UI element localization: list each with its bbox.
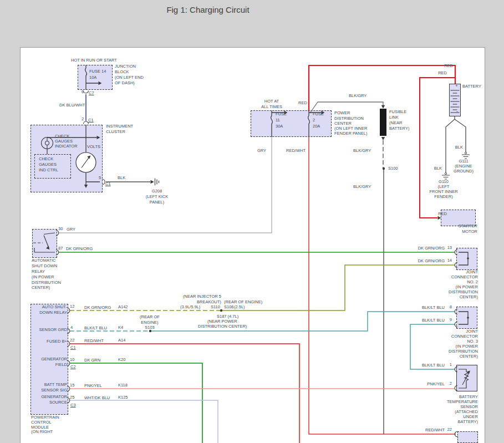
diagram-label-80: DK GRN/ORG bbox=[418, 259, 445, 264]
diagram-label-34: 2 bbox=[313, 118, 315, 123]
diagram-label-137: 10 bbox=[70, 358, 74, 363]
diagram-label-19: IND CTRL bbox=[39, 168, 58, 173]
diagram-label-75: (IN POWER bbox=[32, 275, 54, 280]
diagram-label-64: FENDER) bbox=[434, 195, 452, 200]
diagram-label-43: BLK/GRY bbox=[349, 94, 366, 99]
diagram-label-111: DK GRN/ORG bbox=[84, 305, 111, 310]
diagram-label-132: C1 bbox=[70, 345, 76, 350]
diagram-label-143: 15 bbox=[70, 383, 74, 388]
diagram-label-151: K125 bbox=[118, 395, 128, 400]
diagram-label-101: 2 bbox=[450, 381, 452, 386]
diagram-label-88: BLK/LT BLU bbox=[422, 305, 445, 310]
diagram-label-119: (2.5L) bbox=[234, 305, 245, 310]
diagram-label-59: GROUND) bbox=[454, 169, 474, 174]
diagram-label-17: CHECK bbox=[39, 157, 53, 162]
diagram-label-5: (ON LEFT END bbox=[115, 75, 144, 80]
diagram-label-99: 1 bbox=[450, 363, 452, 368]
diagram-label-108: AUTO SHUT- bbox=[42, 305, 67, 310]
diagram-label-4: BLOCK bbox=[115, 70, 129, 75]
diagram-label-124: (REAR OF bbox=[140, 315, 160, 320]
diagram-label-9: DK BLU/WHT bbox=[59, 103, 85, 108]
diagram-label-140: K20 bbox=[118, 358, 125, 363]
diagram-label-157: 22 bbox=[447, 427, 452, 432]
diagram-label-45: LINK bbox=[389, 115, 399, 120]
diagram-label-28: ALL TIMES bbox=[261, 105, 282, 110]
diagram-label-70: 87 bbox=[58, 246, 63, 251]
diagram-label-26: PANEL) bbox=[150, 200, 165, 205]
diagram-label-41: GRY bbox=[257, 149, 266, 154]
diagram-label-87: CENTER) bbox=[460, 295, 478, 300]
diagram-label-123: K4 bbox=[118, 325, 123, 330]
diagram-label-131: 22 bbox=[70, 338, 74, 343]
diagram-label-53: BATTERY bbox=[462, 84, 481, 89]
diagram-label-6: OF DASH) bbox=[115, 81, 135, 86]
diagram-label-97: CENTER) bbox=[460, 354, 478, 359]
diagram-label-79: 13 bbox=[447, 246, 452, 251]
wiring-diagram-viewer: Fig 1: Charging Circuit HOT IN RUN OR ST… bbox=[0, 0, 504, 443]
diagram-label-130: FUSED B+ bbox=[47, 339, 67, 344]
diagram-label-23: BLK bbox=[118, 176, 125, 181]
diagram-label-18: GAUGES bbox=[39, 162, 57, 167]
diagram-label-31: 11 bbox=[276, 118, 280, 123]
generator-connector bbox=[457, 431, 478, 443]
diagram-label-67: MOTOR bbox=[462, 230, 477, 235]
diagram-label-33: FUSE bbox=[313, 112, 324, 117]
diagram-label-29: RED bbox=[298, 101, 307, 106]
diagram-label-148: 25 bbox=[70, 395, 74, 400]
diagram-label-91: 9 bbox=[450, 318, 452, 323]
diagram-label-113: (NEAR INJECTOR 5 bbox=[183, 294, 221, 299]
diagram-label-155: (ON RIGHT bbox=[31, 430, 53, 435]
diagram-label-78: DK GRN/ORG bbox=[418, 246, 445, 251]
diagram-label-46: (NEAR bbox=[389, 121, 402, 126]
diagram-label-56: BLK bbox=[455, 145, 463, 150]
diagram-label-81: 14 bbox=[447, 258, 452, 263]
diagram-label-12: INSTRUMENT bbox=[106, 124, 133, 129]
diagram-label-134: A14 bbox=[118, 338, 125, 343]
diagram-label-146: GENERATOR bbox=[41, 395, 67, 400]
diagram-label-120: SENSOR GRD bbox=[39, 328, 67, 333]
asd-relay bbox=[32, 229, 57, 258]
diagram-label-141: BATT TEMP bbox=[44, 383, 67, 388]
diagram-label-1: FUSE 14 bbox=[89, 69, 106, 74]
diagram-label-24: G208 bbox=[152, 189, 162, 194]
diagram-label-50: BLK/GRY bbox=[353, 185, 371, 190]
diagram-label-156: RED/WHT bbox=[425, 428, 445, 433]
diagram-label-49: S100 bbox=[388, 166, 398, 171]
fusible-link bbox=[380, 109, 386, 136]
diagram-label-144: PNK/YEL bbox=[84, 384, 102, 389]
diagram-label-100: PNK/YEL bbox=[427, 382, 445, 387]
diagram-label-68: 30 bbox=[58, 227, 63, 232]
diagram-label-149: C3 bbox=[70, 403, 76, 408]
diagram-label-145: K118 bbox=[118, 383, 128, 388]
diagram-label-77: CENTER) bbox=[32, 286, 50, 291]
diagram-label-110: 12 bbox=[70, 304, 74, 309]
diagram-label-71: DK GRN/ORG bbox=[66, 247, 93, 252]
diagram-label-20: VOLTS bbox=[87, 145, 100, 150]
diagram-label-73: SHUT DOWN bbox=[32, 264, 57, 269]
diagram-label-10: 2 bbox=[82, 117, 84, 122]
diagram-label-2: 10A bbox=[89, 75, 96, 80]
diagram-label-118: S106 bbox=[224, 305, 234, 310]
diagram-label-90: BLK/LT BLU bbox=[422, 318, 445, 323]
diagram-label-121: 4 bbox=[70, 325, 73, 330]
diagram-label-107: BATTERY) bbox=[458, 420, 478, 425]
diagram-label-44: FUSIBLE bbox=[389, 110, 406, 115]
diagram-label-7: 6 bbox=[82, 90, 84, 95]
diagram-label-3: JUNCTION bbox=[115, 64, 136, 69]
diagram-label-138: C2 bbox=[70, 365, 76, 370]
diagram-label-133: RED/WHT bbox=[84, 339, 104, 344]
diagram-label-54: + bbox=[455, 83, 458, 88]
diagram-label-25: (LEFT KICK bbox=[146, 195, 168, 200]
diagram-label-47: BATTERY) bbox=[389, 126, 409, 131]
diagram-label-36: POWER bbox=[334, 111, 350, 116]
diagram-label-109: DOWN RELAY bbox=[39, 310, 67, 315]
diagram-label-55: - bbox=[456, 109, 458, 114]
diagram-label-27: HOT AT bbox=[264, 99, 279, 104]
diagram-label-65: RED bbox=[438, 212, 447, 217]
diagram-label-60: BLK bbox=[434, 166, 442, 171]
diagram-label-117: S110 bbox=[211, 305, 220, 310]
diagram-label-147: SOURCE bbox=[49, 400, 67, 405]
diagram-label-32: 30A bbox=[276, 124, 283, 129]
diagram-label-98: BLK/LT BLU bbox=[422, 363, 445, 368]
diagram-label-21: 5 bbox=[99, 176, 101, 181]
